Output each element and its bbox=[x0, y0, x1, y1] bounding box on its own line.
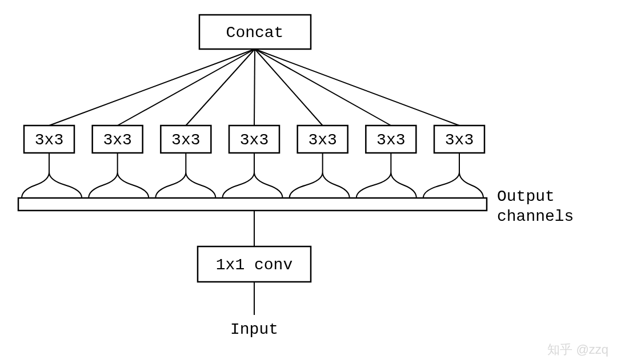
conv-box-label: 3x3 bbox=[376, 131, 405, 149]
brace-conv-to-bar bbox=[290, 153, 350, 198]
brace-conv-to-bar bbox=[222, 153, 282, 198]
edge-concat-to-conv bbox=[255, 49, 391, 126]
brace-conv-to-bar bbox=[356, 153, 416, 198]
brace-conv-to-bar bbox=[22, 153, 82, 198]
conv-box-label: 3x3 bbox=[35, 131, 63, 149]
output-channels-label-1: Output bbox=[497, 188, 555, 205]
brace-conv-to-bar bbox=[155, 153, 215, 198]
concat-edges bbox=[49, 49, 459, 126]
conv-box-label: 3x3 bbox=[445, 131, 474, 149]
brace-conv-to-bar bbox=[423, 153, 483, 198]
brace-edges bbox=[22, 153, 483, 198]
edge-concat-to-conv bbox=[255, 49, 459, 126]
edge-concat-to-conv bbox=[49, 49, 255, 126]
edge-concat-to-conv bbox=[255, 49, 323, 126]
conv-box-label: 3x3 bbox=[308, 131, 336, 149]
brace-conv-to-bar bbox=[89, 153, 149, 198]
watermark-text: 知乎 @zzq bbox=[547, 342, 608, 357]
edge-concat-to-conv bbox=[186, 49, 255, 126]
output-channels-label-2: channels bbox=[497, 208, 574, 225]
edge-concat-to-conv bbox=[118, 49, 255, 126]
input-label: Input bbox=[230, 321, 278, 338]
output-channels-bar bbox=[18, 198, 487, 211]
conv-box-label: 3x3 bbox=[240, 131, 269, 149]
conv-boxes-row: 3x33x33x33x33x33x33x3 bbox=[24, 126, 484, 153]
conv-box-label: 3x3 bbox=[171, 131, 200, 149]
edge-concat-to-conv bbox=[254, 49, 255, 126]
conv-box-label: 3x3 bbox=[103, 131, 131, 149]
bottleneck-label: 1x1 conv bbox=[216, 256, 293, 274]
concat-label: Concat bbox=[226, 24, 284, 42]
